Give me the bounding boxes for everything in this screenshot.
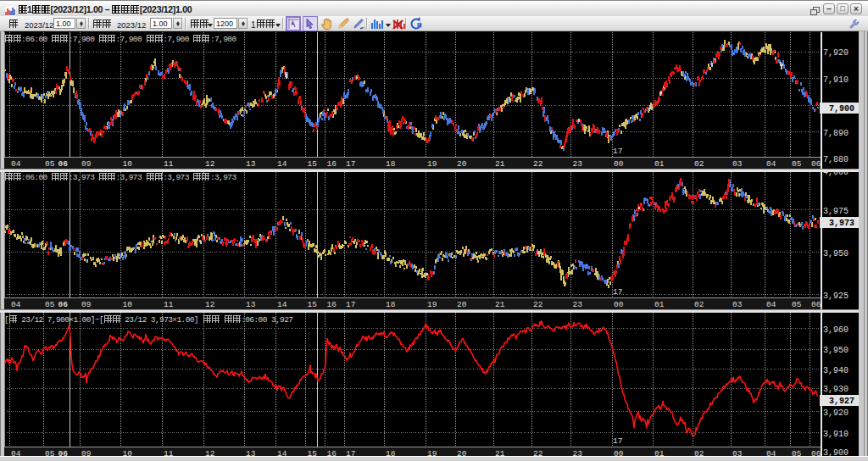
svg-text:22: 22 <box>533 300 543 309</box>
svg-text:3,975: 3,975 <box>823 207 849 216</box>
svg-text:3,910: 3,910 <box>823 430 849 439</box>
svg-text:00: 00 <box>614 300 624 309</box>
svg-text:R: R <box>417 21 422 29</box>
svg-text:3,925: 3,925 <box>823 292 849 301</box>
svg-text:16: 16 <box>327 159 337 169</box>
svg-text:7,920: 7,920 <box>823 48 849 58</box>
svg-text:18: 18 <box>386 159 396 169</box>
svg-text:17: 17 <box>346 159 355 169</box>
svg-text:14: 14 <box>277 159 287 169</box>
svg-text:05: 05 <box>45 300 55 309</box>
svg-text:17: 17 <box>613 147 622 156</box>
svg-text:05: 05 <box>792 300 802 309</box>
svg-text:15: 15 <box>308 159 318 169</box>
svg-text:06: 06 <box>58 300 69 309</box>
svg-text:19: 19 <box>427 300 437 309</box>
svg-text:10: 10 <box>123 159 133 169</box>
svg-text:20: 20 <box>457 300 467 309</box>
svg-text:18: 18 <box>386 300 396 309</box>
svg-text:20: 20 <box>457 159 467 169</box>
svg-text:17: 17 <box>613 287 622 297</box>
svg-text:14: 14 <box>277 300 287 309</box>
svg-text:16: 16 <box>327 300 337 309</box>
svg-text:3,950: 3,950 <box>823 346 849 355</box>
svg-text:03: 03 <box>732 300 743 309</box>
svg-text:01: 01 <box>654 159 665 169</box>
svg-text:06: 06 <box>811 159 821 169</box>
svg-text:11: 11 <box>164 300 174 309</box>
svg-text:02: 02 <box>694 300 704 309</box>
svg-text:01: 01 <box>654 300 665 309</box>
svg-text:11: 11 <box>164 159 174 169</box>
svg-text:04: 04 <box>766 159 776 169</box>
svg-text:05: 05 <box>792 159 802 169</box>
svg-text:19: 19 <box>427 159 437 169</box>
svg-text:3,950: 3,950 <box>823 249 849 258</box>
svg-text:17: 17 <box>346 300 355 309</box>
svg-text:02: 02 <box>694 159 704 169</box>
svg-text:09: 09 <box>81 159 92 169</box>
svg-text:13: 13 <box>246 300 256 309</box>
svg-text:15: 15 <box>308 300 318 309</box>
svg-text:21: 21 <box>495 300 505 309</box>
svg-text:17: 17 <box>613 436 622 446</box>
svg-text:3,930: 3,930 <box>823 385 849 394</box>
svg-text:3,940: 3,940 <box>823 366 849 375</box>
svg-text:21: 21 <box>495 159 505 169</box>
svg-text:7,910: 7,910 <box>823 75 849 85</box>
svg-text:09: 09 <box>81 300 92 309</box>
svg-text:3,973: 3,973 <box>829 219 854 228</box>
svg-text:04: 04 <box>766 300 776 309</box>
svg-text:00: 00 <box>614 159 624 169</box>
svg-text:7,890: 7,890 <box>823 129 849 138</box>
svg-text:23: 23 <box>573 300 583 309</box>
svg-text:22: 22 <box>533 159 543 169</box>
svg-text:06: 06 <box>58 159 69 169</box>
svg-text:3,927: 3,927 <box>829 397 854 406</box>
svg-text:04: 04 <box>11 159 21 169</box>
svg-text:12: 12 <box>205 300 215 309</box>
svg-text:12: 12 <box>205 159 215 169</box>
svg-text:10: 10 <box>123 300 133 309</box>
svg-text:7,900: 7,900 <box>829 104 854 114</box>
svg-text:7,880: 7,880 <box>823 155 849 164</box>
svg-text:03: 03 <box>732 159 743 169</box>
svg-text:06: 06 <box>811 300 821 309</box>
svg-text:13: 13 <box>246 159 256 169</box>
svg-text:05: 05 <box>45 159 55 169</box>
svg-text:3,960: 3,960 <box>823 325 849 335</box>
svg-text:23: 23 <box>573 159 583 169</box>
svg-text:3,920: 3,920 <box>823 408 849 418</box>
svg-text:04: 04 <box>11 300 21 309</box>
